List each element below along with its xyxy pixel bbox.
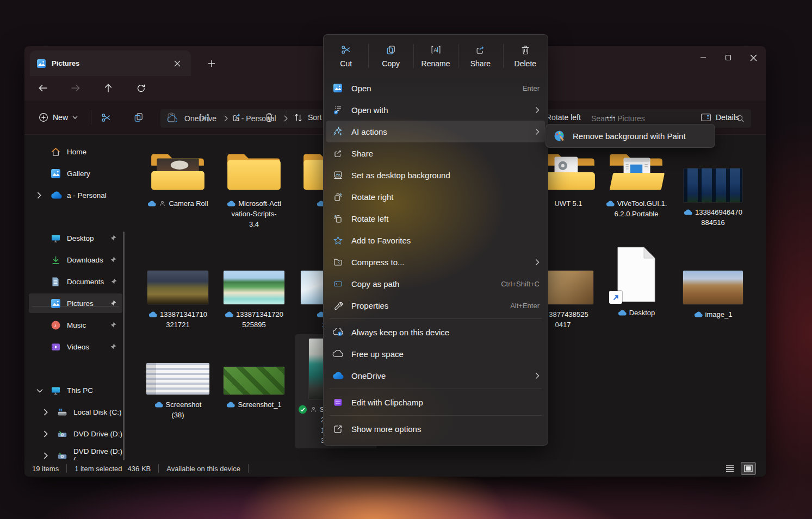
back-button[interactable] (34, 79, 52, 97)
svg-text:♪: ♪ (54, 322, 57, 328)
file-name: UWT 5.1 (554, 198, 582, 209)
sidebar-item-local-disk-c[interactable]: Local Disk (C:) (29, 402, 122, 422)
desktop-background-icon (332, 170, 344, 180)
image-thumbnail (684, 168, 742, 202)
submenu-chevron-icon (535, 259, 540, 266)
minimize-button[interactable] (691, 46, 716, 69)
file-name: vation-Scripts- (231, 209, 276, 219)
delete-button[interactable] (258, 107, 280, 128)
star-icon (332, 235, 344, 246)
sidebar-item-music[interactable]: ♪ Music (29, 315, 122, 335)
details-label: Details (716, 113, 739, 122)
menu-item-set-as-desktop-background[interactable]: Set as desktop background (326, 164, 545, 186)
details-view-button[interactable] (722, 462, 737, 475)
menu-item-share[interactable]: Share (326, 142, 545, 164)
menu-item-open-with[interactable]: Open with (326, 99, 545, 121)
menu-item-properties[interactable]: Properties Alt+Enter (326, 295, 545, 316)
maximize-button[interactable] (716, 46, 741, 69)
new-button[interactable]: New (32, 108, 84, 127)
sidebar-item-desktop[interactable]: Desktop (29, 228, 122, 248)
sidebar-item-label: DVD Drive (D:) (73, 430, 122, 438)
file-133871341720525895[interactable]: 133871341720 525895 (213, 271, 295, 330)
sidebar-scrollbar[interactable] (123, 232, 125, 477)
file-screenshot-38[interactable]: Screenshot (38) (137, 363, 219, 420)
file-name: Desktop (629, 308, 655, 318)
cloud-status-icon (684, 209, 692, 215)
image-thumbnail (224, 271, 284, 304)
new-tab-button[interactable] (204, 56, 219, 71)
pin-icon (109, 321, 117, 329)
file-name: image_1 (705, 309, 733, 320)
gallery-icon (51, 168, 61, 179)
file-vivetool-folder[interactable]: ViVeTool.GUI.1. 6.2.0.Portable (596, 151, 677, 219)
sidebar-item-downloads[interactable]: Downloads (29, 250, 122, 270)
sidebar-item-videos[interactable]: Videos (29, 337, 122, 357)
menu-item-show-more-options[interactable]: Show more options (326, 418, 545, 440)
window-controls (691, 46, 766, 69)
cut-menu-button[interactable]: Cut (324, 35, 368, 77)
cloud-status-icon (226, 402, 235, 408)
tab-pictures[interactable]: Pictures (30, 51, 191, 76)
file-desktop-shortcut[interactable]: Desktop (596, 246, 677, 318)
sidebar-item-home[interactable]: Home (29, 142, 122, 161)
ai-actions-flyout[interactable]: Remove background with Paint (546, 124, 715, 148)
cloud-download-icon (332, 328, 344, 336)
pin-icon (110, 278, 117, 285)
file-name: ViVeTool.GUI.1. (617, 198, 667, 209)
file-image-1[interactable]: image_1 (672, 271, 754, 320)
copy-button[interactable] (128, 107, 150, 128)
menu-item-onedrive[interactable]: OneDrive (326, 365, 545, 386)
tab-close-icon[interactable] (170, 57, 184, 71)
menu-item-free-up-space[interactable]: Free up space (326, 343, 545, 365)
file-name: 321721 (166, 320, 189, 330)
sidebar-item-gallery[interactable]: Gallery (29, 164, 122, 183)
file-name: Microsoft-Acti (238, 198, 281, 209)
menu-item-add-to-favorites[interactable]: Add to Favorites (326, 229, 545, 251)
share-menu-button[interactable]: Share (458, 35, 503, 77)
flyout-label: Remove background with Paint (573, 132, 686, 141)
large-icons-view-button[interactable] (741, 462, 756, 475)
menu-item-rotate-left[interactable]: Rotate left (326, 208, 545, 229)
close-button[interactable] (741, 46, 766, 69)
delete-menu-button[interactable]: Delete (503, 35, 548, 77)
sort-button[interactable]: Sort (293, 107, 322, 128)
refresh-button[interactable] (132, 79, 150, 97)
cut-button[interactable] (95, 107, 117, 128)
music-icon: ♪ (51, 320, 61, 330)
paste-button[interactable] (160, 107, 182, 128)
shortcut-text: Enter (523, 84, 540, 92)
forward-button[interactable] (67, 79, 84, 97)
sidebar-item-pictures[interactable]: Pictures (29, 293, 122, 313)
cut-icon (340, 44, 352, 55)
menu-item-always-keep-on-device[interactable]: Always keep on this device (326, 321, 545, 343)
pin-icon (109, 343, 117, 351)
file-133871341710321721[interactable]: 133871341710 321721 (137, 271, 219, 330)
open-with-icon (332, 105, 344, 115)
menu-item-edit-with-clipchamp[interactable]: Edit with Clipchamp (326, 391, 545, 413)
rename-button[interactable]: A (193, 107, 215, 128)
file-screenshot-1[interactable]: Screenshot_1 (213, 367, 295, 410)
pin-icon (109, 299, 117, 307)
sidebar-item-dvd-drive-d[interactable]: DVD Drive (D:) (29, 424, 122, 443)
menu-item-open[interactable]: Open Enter (326, 77, 545, 99)
file-name: 6.2.0.Portable (615, 209, 659, 219)
sidebar-item-this-pc[interactable]: This PC (29, 380, 122, 400)
shortcut-arrow-icon (609, 291, 622, 304)
menu-item-copy-as-path[interactable]: Copy as path Ctrl+Shift+C (326, 273, 545, 295)
menu-separator (330, 389, 542, 389)
up-button[interactable] (100, 79, 117, 97)
image-thumbnail (147, 271, 208, 304)
share-button[interactable] (226, 107, 247, 128)
sidebar-item-a-personal[interactable]: a - Personal (29, 185, 122, 205)
cloud-icon (332, 350, 344, 358)
file-133846946470884516[interactable]: 133846946470 884516 (672, 168, 754, 228)
file-microsoft-activation-scripts[interactable]: Microsoft-Acti vation-Scripts- 3.4 (213, 151, 295, 229)
cloud-status-icon (227, 201, 235, 207)
menu-item-ai-actions[interactable]: AI actions (326, 121, 545, 142)
rename-menu-button[interactable]: A Rename (413, 35, 458, 77)
menu-item-compress-to[interactable]: Compress to... (326, 251, 545, 273)
copy-menu-button[interactable]: Copy (368, 35, 413, 77)
sidebar-item-documents[interactable]: Documents (29, 272, 122, 291)
file-camera-roll[interactable]: Camera Roll (137, 151, 219, 209)
menu-item-rotate-right[interactable]: Rotate right (326, 186, 545, 208)
